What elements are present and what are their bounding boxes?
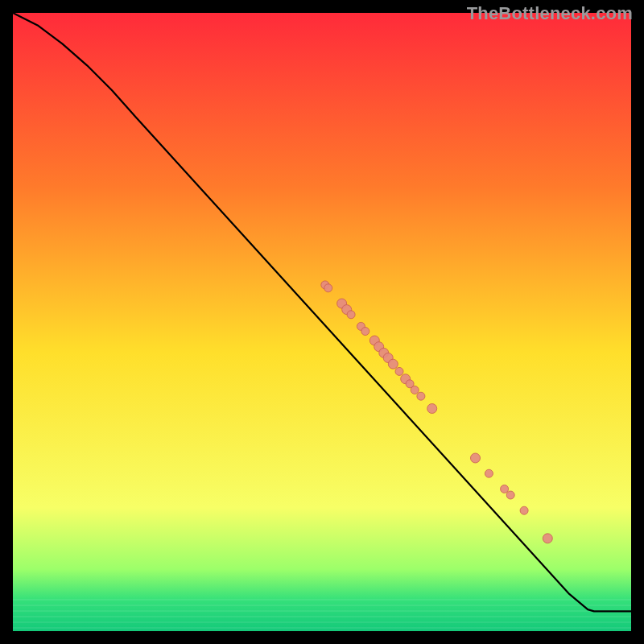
- data-point: [501, 485, 509, 493]
- chart-svg: [0, 0, 644, 644]
- data-point: [485, 469, 493, 477]
- chart-stage: TheBottleneck.com: [0, 0, 644, 644]
- data-point: [506, 491, 514, 499]
- data-point: [388, 359, 398, 369]
- data-point: [347, 311, 355, 319]
- data-point: [417, 392, 425, 400]
- data-point: [395, 367, 403, 375]
- data-point: [361, 328, 369, 336]
- data-point: [324, 284, 332, 292]
- data-point: [520, 506, 528, 514]
- data-point: [471, 453, 481, 463]
- data-point: [411, 386, 419, 394]
- data-point: [427, 404, 437, 414]
- data-point: [543, 534, 552, 543]
